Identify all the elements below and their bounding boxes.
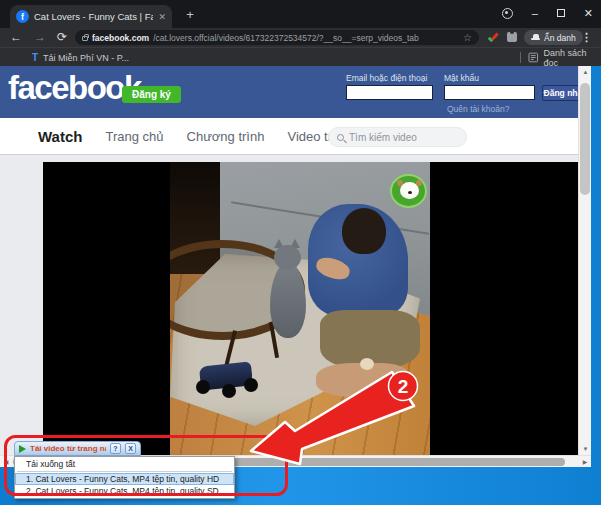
signup-button[interactable]: Đăng ký [122,86,181,103]
bookmarks-bar: T Tải Miễn Phí VN - P... Danh sách đọc [0,47,601,66]
popup-help-button[interactable]: ? [110,443,121,454]
browser-chrome: f Cat Lovers - Funny Cats | Facebo ✕ + –… [0,0,601,66]
bookmark-favicon-icon: T [32,52,38,63]
video-ball [360,358,374,370]
download-popup-menu: Tải xuống tất 1. Cat Lovers - Funny Cats… [14,456,235,499]
scroll-down-icon[interactable]: ▼ [579,443,591,455]
vertical-scrollbar-thumb[interactable] [580,83,590,195]
download-extension-icon[interactable] [487,31,500,44]
lock-icon [82,36,88,41]
video-search-input[interactable]: Tìm kiếm video [328,127,467,147]
tab-close-icon[interactable]: ✕ [158,12,166,22]
menu-item-download-sd[interactable]: 2. Cat Lovers - Funny Cats, MP4 tệp tin,… [15,485,234,497]
facebook-favicon-icon: f [16,10,29,23]
menu-separator [17,471,232,472]
reading-list-icon [528,52,539,63]
email-label: Email hoặc điện thoại [346,73,427,83]
reading-list-button[interactable]: Danh sách đọc [528,48,601,67]
scroll-up-icon[interactable]: ▲ [579,66,591,78]
new-tab-button[interactable]: + [182,7,198,23]
video-toy-wheel [222,384,236,398]
window-close-button[interactable]: ✕ [584,7,593,20]
window-minimize-button[interactable]: – [532,7,538,19]
email-field[interactable] [346,85,433,100]
nav-watch[interactable]: Watch [38,128,82,145]
page-content: facebook Đăng ký Email hoặc điện thoại M… [0,66,591,467]
window-controls: – ✕ [502,0,593,26]
popup-close-button[interactable]: X [125,443,136,454]
incognito-icon [531,34,540,41]
download-popup-title: Tải video từ trang này [30,444,106,453]
incognito-badge: Ẩn danh [524,30,583,45]
video-cat-head [274,245,301,270]
browser-toolbar: ← → ⟳ facebook.com /cat.lovers.offcial/v… [0,28,601,47]
search-icon [337,134,344,141]
back-icon[interactable]: ← [10,28,22,47]
video-frame [170,162,430,455]
menu-item-download-all[interactable]: Tải xuống tất [15,458,234,470]
extensions-puzzle-icon[interactable] [507,32,517,42]
bookmarks-divider [520,52,521,63]
desktop: f Cat Lovers - Funny Cats | Facebo ✕ + –… [0,0,601,505]
scroll-left-icon[interactable]: ◀ [0,456,12,467]
url-host: facebook.com [92,33,149,43]
password-field[interactable] [444,85,535,100]
video-watermark-logo [390,174,427,208]
reading-list-label: Danh sách đọc [544,48,601,68]
bookmark-item[interactable]: T Tải Miễn Phí VN - P... [32,48,129,67]
browser-tab[interactable]: f Cat Lovers - Funny Cats | Facebo ✕ [10,5,172,28]
password-label: Mật khẩu [444,73,479,83]
vertical-scrollbar[interactable]: ▲ ▼ [578,66,591,455]
reload-icon[interactable]: ⟳ [57,28,67,47]
url-path: /cat.lovers.offcial/videos/6173223725345… [153,33,459,43]
nav-home[interactable]: Trang chủ [105,129,163,144]
browser-menu-icon[interactable]: ⋮ [581,28,592,47]
download-popup-titlebar[interactable]: Tải video từ trang này ? X [14,441,141,456]
tab-title: Cat Lovers - Funny Cats | Facebo [34,11,153,22]
search-placeholder: Tìm kiếm video [349,132,417,143]
scroll-right-icon[interactable]: ▶ [579,456,591,467]
video-player[interactable] [43,162,578,455]
forgot-account-link[interactable]: Quên tài khoản? [447,104,509,114]
facebook-header: facebook Đăng ký Email hoặc điện thoại M… [0,66,591,118]
facebook-nav: Watch Trang chủ Chương trình Video trực … [0,118,591,155]
video-toy-wheel [196,380,210,394]
play-icon [19,445,26,453]
forward-icon[interactable]: → [34,28,46,47]
incognito-label: Ẩn danh [544,33,576,43]
tab-strip: f Cat Lovers - Funny Cats | Facebo ✕ + –… [0,0,601,28]
media-control-icon[interactable] [502,8,513,19]
menu-item-download-hd[interactable]: 1. Cat Lovers - Funny Cats, MP4 tệp tin,… [15,473,234,485]
nav-shows[interactable]: Chương trình [187,129,265,144]
bookmark-label: Tải Miễn Phí VN - P... [43,53,129,63]
facebook-logo[interactable]: facebook [8,69,141,107]
bookmark-star-icon[interactable]: ☆ [463,32,472,43]
address-bar[interactable]: facebook.com /cat.lovers.offcial/videos/… [75,30,479,45]
window-maximize-button[interactable] [557,9,565,17]
video-man-head [342,208,386,254]
video-toy-wheel [244,378,258,392]
